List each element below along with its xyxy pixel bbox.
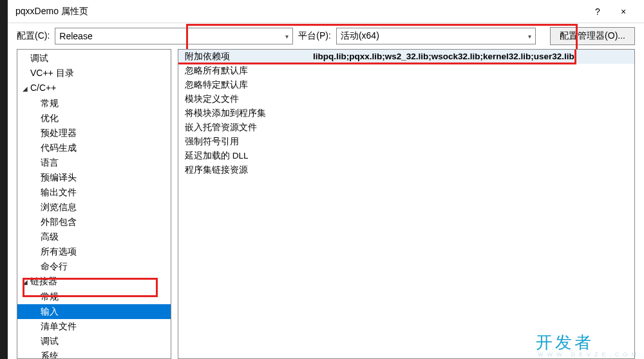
tree-item[interactable]: 常规 xyxy=(17,96,171,111)
property-value[interactable] xyxy=(310,92,634,106)
property-row[interactable]: 附加依赖项libpq.lib;pqxx.lib;ws2_32.lib;wsock… xyxy=(178,50,634,64)
property-name: 程序集链接资源 xyxy=(178,163,310,177)
config-value: Release xyxy=(59,31,92,41)
property-row[interactable]: 将模块添加到程序集 xyxy=(178,106,634,121)
tree-item-label: 常规 xyxy=(41,291,59,302)
tree-item-label: 外部包含 xyxy=(41,217,77,227)
tree-item-label: 语言 xyxy=(41,157,59,168)
tree-item[interactable]: 代码生成 xyxy=(17,141,171,155)
property-row[interactable]: 忽略特定默认库 xyxy=(178,78,634,92)
property-value[interactable] xyxy=(310,163,634,177)
property-name: 将模块添加到程序集 xyxy=(178,106,310,121)
chevron-down-icon: ▾ xyxy=(285,33,289,40)
tree-item-label: 输出文件 xyxy=(41,187,77,197)
property-name: 模块定义文件 xyxy=(178,92,310,106)
platform-value: 活动(x64) xyxy=(341,30,379,42)
property-value[interactable] xyxy=(310,106,634,121)
property-row[interactable]: 程序集链接资源 xyxy=(178,163,634,177)
tree-item-label: VC++ 目录 xyxy=(30,68,74,78)
tree-item[interactable]: 调试 xyxy=(17,334,171,349)
tree-item[interactable]: 清单文件 xyxy=(17,319,171,334)
tree-item[interactable]: VC++ 目录 xyxy=(17,66,171,81)
property-row[interactable]: 模块定义文件 xyxy=(178,92,634,106)
property-value[interactable] xyxy=(310,121,634,135)
config-label: 配置(C): xyxy=(17,30,50,42)
property-name: 忽略所有默认库 xyxy=(178,64,310,78)
tree-item-label: 链接器 xyxy=(30,276,57,286)
category-tree[interactable]: 调试VC++ 目录◢C/C++常规优化预处理器代码生成语言预编译头输出文件浏览信… xyxy=(17,49,171,359)
property-row[interactable]: 强制符号引用 xyxy=(178,135,634,149)
property-name: 强制符号引用 xyxy=(178,135,310,149)
property-page-window: pqxxDemo 属性页 ? × 配置(C): Release ▾ 平台(P):… xyxy=(8,0,644,359)
property-grid[interactable]: 附加依赖项libpq.lib;pqxx.lib;ws2_32.lib;wsock… xyxy=(178,49,635,359)
tree-item-label: 预处理器 xyxy=(41,128,77,138)
tree-item[interactable]: 浏览信息 xyxy=(17,200,171,215)
tree-item[interactable]: 调试 xyxy=(17,51,171,66)
toolbar: 配置(C): Release ▾ 平台(P): 活动(x64) ▾ 配置管理器(… xyxy=(8,23,644,49)
tree-item[interactable]: 输出文件 xyxy=(17,185,171,200)
config-manager-button[interactable]: 配置管理器(O)... xyxy=(550,27,635,45)
property-row[interactable]: 嵌入托管资源文件 xyxy=(178,121,634,135)
tree-item-label: C/C++ xyxy=(30,82,56,93)
tree-item-label: 浏览信息 xyxy=(41,202,77,212)
tree-item[interactable]: 系统 xyxy=(17,349,171,359)
property-value[interactable] xyxy=(310,135,634,149)
property-name: 附加依赖项 xyxy=(178,50,310,64)
tree-item[interactable]: 常规 xyxy=(17,289,171,304)
tree-item[interactable]: 优化 xyxy=(17,111,171,126)
tree-item[interactable]: 高级 xyxy=(17,229,171,244)
tree-item[interactable]: 外部包含 xyxy=(17,215,171,229)
tree-item-label: 代码生成 xyxy=(41,142,77,153)
property-value[interactable] xyxy=(310,64,634,78)
tree-item[interactable]: ◢C/C++ xyxy=(17,81,171,96)
tree-item-label: 预编译头 xyxy=(41,172,77,182)
tree-item-label: 优化 xyxy=(41,113,59,123)
property-name: 嵌入托管资源文件 xyxy=(178,121,310,135)
property-value[interactable] xyxy=(310,149,634,163)
config-combo[interactable]: Release ▾ xyxy=(55,28,293,44)
chevron-down-icon: ◢ xyxy=(23,82,30,95)
property-row[interactable]: 延迟加载的 DLL xyxy=(178,149,634,163)
help-button[interactable]: ? xyxy=(585,0,611,23)
tree-item[interactable]: 语言 xyxy=(17,155,171,170)
tree-item-label: 调试 xyxy=(41,336,59,346)
chevron-down-icon: ◢ xyxy=(23,275,30,289)
property-name: 忽略特定默认库 xyxy=(178,78,310,92)
property-value[interactable] xyxy=(310,78,634,92)
tree-item-label: 命令行 xyxy=(41,261,68,271)
close-button[interactable]: × xyxy=(611,0,636,23)
tree-item-label: 输入 xyxy=(41,306,59,316)
tree-item-label: 系统 xyxy=(41,351,59,359)
watermark: 开发者 WWW.DEVZE.COM xyxy=(536,331,640,358)
property-name: 延迟加载的 DLL xyxy=(178,149,310,163)
tree-item[interactable]: 预编译头 xyxy=(17,170,171,185)
tree-item[interactable]: ◢链接器 xyxy=(17,274,171,289)
tree-item[interactable]: 命令行 xyxy=(17,259,171,274)
property-row[interactable]: 忽略所有默认库 xyxy=(178,64,634,78)
tree-item-label: 高级 xyxy=(41,231,59,242)
titlebar: pqxxDemo 属性页 ? × xyxy=(8,0,644,23)
tree-item[interactable]: 所有选项 xyxy=(17,244,171,259)
tree-item[interactable]: 输入 xyxy=(17,304,171,319)
tree-item-label: 所有选项 xyxy=(41,246,77,257)
window-title: pqxxDemo 属性页 xyxy=(15,6,585,17)
tree-item-label: 清单文件 xyxy=(41,321,77,331)
tree-item-label: 常规 xyxy=(41,98,59,108)
tree-item[interactable]: 预处理器 xyxy=(17,126,171,141)
platform-label: 平台(P): xyxy=(298,30,331,42)
property-value[interactable]: libpq.lib;pqxx.lib;ws2_32.lib;wsock32.li… xyxy=(310,50,634,64)
platform-combo[interactable]: 活动(x64) ▾ xyxy=(336,28,536,44)
chevron-down-icon: ▾ xyxy=(528,33,531,40)
tree-item-label: 调试 xyxy=(30,53,48,63)
